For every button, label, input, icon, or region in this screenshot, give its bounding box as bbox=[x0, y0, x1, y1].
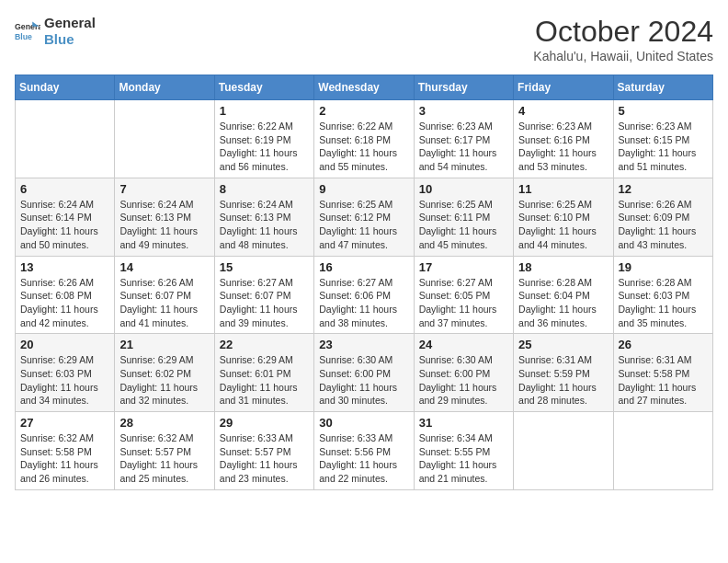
month-title: October 2024 bbox=[533, 15, 713, 49]
day-info: Sunrise: 6:29 AM Sunset: 6:03 PM Dayligh… bbox=[20, 353, 109, 408]
day-info: Sunrise: 6:28 AM Sunset: 6:03 PM Dayligh… bbox=[619, 276, 708, 330]
day-number: 20 bbox=[20, 338, 109, 351]
day-info: Sunrise: 6:22 AM Sunset: 6:18 PM Dayligh… bbox=[319, 120, 408, 174]
logo: General Blue General Blue bbox=[15, 15, 96, 48]
day-number: 9 bbox=[319, 182, 408, 196]
day-number: 25 bbox=[518, 338, 608, 351]
day-info: Sunrise: 6:33 AM Sunset: 5:57 PM Dayligh… bbox=[220, 431, 309, 486]
calendar-week-row: 1Sunrise: 6:22 AM Sunset: 6:19 PM Daylig… bbox=[16, 100, 713, 178]
day-number: 19 bbox=[619, 260, 708, 274]
day-number: 12 bbox=[619, 182, 708, 196]
day-number: 1 bbox=[220, 104, 309, 118]
day-number: 2 bbox=[319, 104, 408, 118]
calendar-cell: 7Sunrise: 6:24 AM Sunset: 6:13 PM Daylig… bbox=[115, 178, 214, 256]
calendar-cell: 6Sunrise: 6:24 AM Sunset: 6:14 PM Daylig… bbox=[16, 178, 115, 256]
day-number: 18 bbox=[518, 260, 608, 274]
day-number: 8 bbox=[220, 182, 309, 196]
calendar-cell: 14Sunrise: 6:26 AM Sunset: 6:07 PM Dayli… bbox=[115, 256, 214, 334]
calendar-cell: 29Sunrise: 6:33 AM Sunset: 5:57 PM Dayli… bbox=[214, 412, 313, 490]
calendar-cell bbox=[514, 412, 613, 490]
day-info: Sunrise: 6:30 AM Sunset: 6:00 PM Dayligh… bbox=[319, 353, 408, 408]
day-number: 22 bbox=[220, 338, 309, 351]
calendar-week-row: 13Sunrise: 6:26 AM Sunset: 6:08 PM Dayli… bbox=[16, 256, 713, 334]
calendar-cell: 8Sunrise: 6:24 AM Sunset: 6:13 PM Daylig… bbox=[214, 178, 313, 256]
day-info: Sunrise: 6:23 AM Sunset: 6:16 PM Dayligh… bbox=[518, 120, 608, 174]
calendar-cell: 11Sunrise: 6:25 AM Sunset: 6:10 PM Dayli… bbox=[514, 178, 613, 256]
weekday-header: Sunday bbox=[16, 75, 115, 100]
svg-text:Blue: Blue bbox=[15, 32, 32, 41]
day-number: 30 bbox=[319, 416, 408, 430]
day-info: Sunrise: 6:31 AM Sunset: 5:59 PM Dayligh… bbox=[518, 353, 608, 408]
calendar-cell: 22Sunrise: 6:29 AM Sunset: 6:01 PM Dayli… bbox=[214, 334, 313, 412]
day-info: Sunrise: 6:28 AM Sunset: 6:04 PM Dayligh… bbox=[518, 276, 608, 330]
day-number: 27 bbox=[20, 416, 109, 430]
logo-icon: General Blue bbox=[15, 18, 40, 44]
day-number: 28 bbox=[119, 416, 209, 430]
day-number: 23 bbox=[319, 338, 408, 351]
weekday-header: Wednesday bbox=[314, 75, 414, 100]
title-area: October 2024 Kahalu'u, Hawaii, United St… bbox=[533, 15, 713, 63]
day-number: 7 bbox=[119, 182, 209, 196]
day-info: Sunrise: 6:33 AM Sunset: 5:56 PM Dayligh… bbox=[319, 431, 408, 486]
calendar-header: SundayMondayTuesdayWednesdayThursdayFrid… bbox=[16, 75, 713, 100]
day-info: Sunrise: 6:25 AM Sunset: 6:12 PM Dayligh… bbox=[319, 198, 408, 252]
calendar-cell: 27Sunrise: 6:32 AM Sunset: 5:58 PM Dayli… bbox=[16, 412, 115, 490]
calendar-cell: 16Sunrise: 6:27 AM Sunset: 6:06 PM Dayli… bbox=[314, 256, 414, 334]
day-number: 15 bbox=[220, 260, 309, 274]
day-number: 11 bbox=[518, 182, 608, 196]
calendar-cell: 19Sunrise: 6:28 AM Sunset: 6:03 PM Dayli… bbox=[613, 256, 712, 334]
calendar-cell: 20Sunrise: 6:29 AM Sunset: 6:03 PM Dayli… bbox=[16, 334, 115, 412]
day-number: 13 bbox=[20, 260, 109, 274]
calendar-cell: 31Sunrise: 6:34 AM Sunset: 5:55 PM Dayli… bbox=[414, 412, 513, 490]
weekday-header: Saturday bbox=[613, 75, 712, 100]
calendar-cell: 13Sunrise: 6:26 AM Sunset: 6:08 PM Dayli… bbox=[16, 256, 115, 334]
calendar-week-row: 20Sunrise: 6:29 AM Sunset: 6:03 PM Dayli… bbox=[16, 334, 713, 412]
day-number: 26 bbox=[619, 338, 708, 351]
calendar-cell: 2Sunrise: 6:22 AM Sunset: 6:18 PM Daylig… bbox=[314, 100, 414, 178]
page-header: General Blue General Blue October 2024 K… bbox=[15, 15, 713, 63]
day-number: 5 bbox=[619, 104, 708, 118]
location: Kahalu'u, Hawaii, United States bbox=[533, 49, 713, 63]
calendar-cell: 4Sunrise: 6:23 AM Sunset: 6:16 PM Daylig… bbox=[514, 100, 613, 178]
day-info: Sunrise: 6:34 AM Sunset: 5:55 PM Dayligh… bbox=[419, 431, 508, 486]
calendar-week-row: 6Sunrise: 6:24 AM Sunset: 6:14 PM Daylig… bbox=[16, 178, 713, 256]
calendar-week-row: 27Sunrise: 6:32 AM Sunset: 5:58 PM Dayli… bbox=[16, 412, 713, 490]
calendar-cell: 25Sunrise: 6:31 AM Sunset: 5:59 PM Dayli… bbox=[514, 334, 613, 412]
day-info: Sunrise: 6:25 AM Sunset: 6:11 PM Dayligh… bbox=[419, 198, 508, 252]
calendar-cell bbox=[613, 412, 712, 490]
calendar-cell: 12Sunrise: 6:26 AM Sunset: 6:09 PM Dayli… bbox=[613, 178, 712, 256]
day-info: Sunrise: 6:26 AM Sunset: 6:09 PM Dayligh… bbox=[619, 198, 708, 252]
day-info: Sunrise: 6:26 AM Sunset: 6:08 PM Dayligh… bbox=[20, 276, 109, 330]
calendar-cell: 17Sunrise: 6:27 AM Sunset: 6:05 PM Dayli… bbox=[414, 256, 513, 334]
day-info: Sunrise: 6:26 AM Sunset: 6:07 PM Dayligh… bbox=[119, 276, 209, 330]
weekday-header-row: SundayMondayTuesdayWednesdayThursdayFrid… bbox=[16, 75, 713, 100]
weekday-header: Monday bbox=[115, 75, 214, 100]
calendar-cell bbox=[115, 100, 214, 178]
calendar-cell: 15Sunrise: 6:27 AM Sunset: 6:07 PM Dayli… bbox=[214, 256, 313, 334]
calendar-cell: 9Sunrise: 6:25 AM Sunset: 6:12 PM Daylig… bbox=[314, 178, 414, 256]
logo-text: General Blue bbox=[44, 15, 96, 48]
day-info: Sunrise: 6:32 AM Sunset: 5:58 PM Dayligh… bbox=[20, 431, 109, 486]
calendar-cell: 24Sunrise: 6:30 AM Sunset: 6:00 PM Dayli… bbox=[414, 334, 513, 412]
calendar-cell: 10Sunrise: 6:25 AM Sunset: 6:11 PM Dayli… bbox=[414, 178, 513, 256]
day-number: 31 bbox=[419, 416, 508, 430]
day-info: Sunrise: 6:29 AM Sunset: 6:01 PM Dayligh… bbox=[220, 353, 309, 408]
day-info: Sunrise: 6:27 AM Sunset: 6:05 PM Dayligh… bbox=[419, 276, 508, 330]
day-info: Sunrise: 6:27 AM Sunset: 6:06 PM Dayligh… bbox=[319, 276, 408, 330]
calendar-body: 1Sunrise: 6:22 AM Sunset: 6:19 PM Daylig… bbox=[16, 100, 713, 490]
day-info: Sunrise: 6:30 AM Sunset: 6:00 PM Dayligh… bbox=[419, 353, 508, 408]
day-info: Sunrise: 6:32 AM Sunset: 5:57 PM Dayligh… bbox=[119, 431, 209, 486]
day-number: 6 bbox=[20, 182, 109, 196]
calendar-cell: 26Sunrise: 6:31 AM Sunset: 5:58 PM Dayli… bbox=[613, 334, 712, 412]
calendar-cell: 1Sunrise: 6:22 AM Sunset: 6:19 PM Daylig… bbox=[214, 100, 313, 178]
weekday-header: Tuesday bbox=[214, 75, 313, 100]
day-number: 21 bbox=[119, 338, 209, 351]
day-info: Sunrise: 6:31 AM Sunset: 5:58 PM Dayligh… bbox=[619, 353, 708, 408]
day-info: Sunrise: 6:24 AM Sunset: 6:14 PM Dayligh… bbox=[20, 198, 109, 252]
day-number: 3 bbox=[419, 104, 508, 118]
calendar-cell: 23Sunrise: 6:30 AM Sunset: 6:00 PM Dayli… bbox=[314, 334, 414, 412]
day-info: Sunrise: 6:24 AM Sunset: 6:13 PM Dayligh… bbox=[220, 198, 309, 252]
day-info: Sunrise: 6:29 AM Sunset: 6:02 PM Dayligh… bbox=[119, 353, 209, 408]
day-info: Sunrise: 6:27 AM Sunset: 6:07 PM Dayligh… bbox=[220, 276, 309, 330]
day-info: Sunrise: 6:24 AM Sunset: 6:13 PM Dayligh… bbox=[119, 198, 209, 252]
